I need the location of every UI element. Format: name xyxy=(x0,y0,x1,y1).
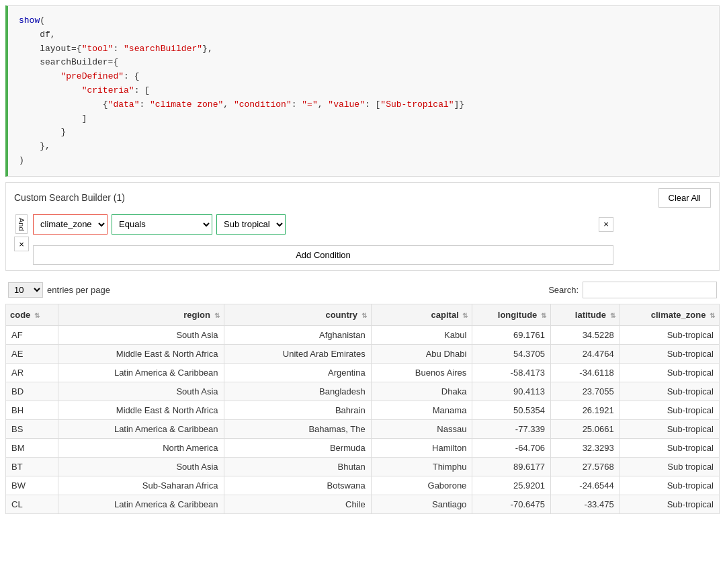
table-row: BSLatin America & CaribbeanBahamas, TheN… xyxy=(6,419,720,438)
value-select[interactable]: Sub tropical Tropical Arid Temperate Con… xyxy=(216,214,286,235)
cell-region: South Asia xyxy=(58,382,224,401)
code-line-6: "criteria": [ xyxy=(19,84,708,98)
cell-country: Bahrain xyxy=(224,401,371,419)
cell-region: Sub-Saharan Africa xyxy=(58,476,224,495)
code-line-7: {"data": "climate zone", "condition": "=… xyxy=(19,98,708,112)
cell-country: United Arab Emirates xyxy=(224,344,371,363)
cell-country: Bhutan xyxy=(224,457,371,476)
table-row: BHMiddle East & North AfricaBahrainManam… xyxy=(6,401,720,419)
cell-climate_zone: Sub-tropical xyxy=(620,476,719,495)
cell-region: North America xyxy=(58,438,224,457)
cell-region: Latin America & Caribbean xyxy=(58,419,224,438)
cell-country: Argentina xyxy=(224,363,371,382)
th-climate-zone[interactable]: climate_zone ⇅ xyxy=(620,304,719,325)
th-code[interactable]: code ⇅ xyxy=(6,304,58,325)
condition-row: climate_zone region country capital long… xyxy=(33,214,613,235)
cell-climate_zone: Sub tropical xyxy=(620,457,719,476)
cell-longitude: -77.339 xyxy=(472,419,551,438)
cell-region: South Asia xyxy=(58,325,224,344)
code-line-9: } xyxy=(19,126,708,140)
table-row: AFSouth AsiaAfghanistanKabul69.176134.52… xyxy=(6,325,720,344)
and-label: And xyxy=(15,214,28,235)
cell-capital: Buenos Aires xyxy=(371,363,472,382)
cell-latitude: 27.5768 xyxy=(550,457,620,476)
cell-climate_zone: Sub-tropical xyxy=(620,438,719,457)
cell-capital: Kabul xyxy=(371,325,472,344)
cell-country: Bermuda xyxy=(224,438,371,457)
cell-capital: Thimphu xyxy=(371,457,472,476)
group-logic-wrapper: And × xyxy=(14,214,29,252)
code-line-8: ] xyxy=(19,112,708,126)
cell-latitude: -24.6544 xyxy=(550,476,620,495)
code-line-10: }, xyxy=(19,140,708,154)
search-builder-section: Custom Search Builder (1) Clear All And … xyxy=(5,182,720,271)
th-latitude[interactable]: latitude ⇅ xyxy=(550,304,620,325)
add-condition-button[interactable]: Add Condition xyxy=(33,245,613,265)
code-line-11: ) xyxy=(19,154,708,168)
cell-latitude: 26.1921 xyxy=(550,401,620,419)
cell-code: BS xyxy=(6,419,58,438)
cell-latitude: 34.5228 xyxy=(550,325,620,344)
cell-climate_zone: Sub-tropical xyxy=(620,401,719,419)
entries-per-page-select[interactable]: 10 25 50 100 xyxy=(8,282,43,298)
cell-latitude: 25.0661 xyxy=(550,419,620,438)
search-input[interactable] xyxy=(583,282,717,298)
cell-code: AE xyxy=(6,344,58,363)
cell-latitude: 24.4764 xyxy=(550,344,620,363)
cell-code: AR xyxy=(6,363,58,382)
cell-climate_zone: Sub-tropical xyxy=(620,419,719,438)
cell-country: Afghanistan xyxy=(224,325,371,344)
cell-capital: Hamilton xyxy=(371,438,472,457)
table-body: AFSouth AsiaAfghanistanKabul69.176134.52… xyxy=(6,325,720,513)
table-row: BDSouth AsiaBangladeshDhaka90.411323.705… xyxy=(6,382,720,401)
operator-select[interactable]: Equals Not Equals Contains Starts With E… xyxy=(112,214,212,235)
cell-climate_zone: Sub-tropical xyxy=(620,344,719,363)
header-row: code ⇅ region ⇅ country ⇅ capital ⇅ long… xyxy=(6,304,720,325)
table-row: BMNorth AmericaBermudaHamilton-64.70632.… xyxy=(6,438,720,457)
cell-region: Middle East & North Africa xyxy=(58,401,224,419)
cell-longitude: 50.5354 xyxy=(472,401,551,419)
cell-longitude: -58.4173 xyxy=(472,363,551,382)
cell-code: BH xyxy=(6,401,58,419)
cell-code: BW xyxy=(6,476,58,495)
table-row: CLLatin America & CaribbeanChileSantiago… xyxy=(6,495,720,513)
cell-latitude: -34.6118 xyxy=(550,363,620,382)
cell-code: BD xyxy=(6,382,58,401)
cell-region: Middle East & North Africa xyxy=(58,344,224,363)
cell-code: BT xyxy=(6,457,58,476)
th-region[interactable]: region ⇅ xyxy=(58,304,224,325)
cell-code: AF xyxy=(6,325,58,344)
clear-all-button[interactable]: Clear All xyxy=(658,188,711,208)
cell-capital: Dhaka xyxy=(371,382,472,401)
th-country[interactable]: country ⇅ xyxy=(224,304,371,325)
cell-capital: Manama xyxy=(371,401,472,419)
cell-longitude: 69.1761 xyxy=(472,325,551,344)
th-longitude[interactable]: longitude ⇅ xyxy=(472,304,551,325)
code-line-4: searchBuilder={ xyxy=(19,56,708,70)
cell-capital: Santiago xyxy=(371,495,472,513)
search-label: Search: xyxy=(548,285,579,295)
cell-country: Bangladesh xyxy=(224,382,371,401)
cell-climate_zone: Sub-tropical xyxy=(620,495,719,513)
remove-condition-button[interactable]: × xyxy=(599,217,613,232)
cell-capital: Abu Dhabi xyxy=(371,344,472,363)
cell-climate_zone: Sub-tropical xyxy=(620,363,719,382)
entries-control: 10 25 50 100 entries per page xyxy=(8,282,110,298)
entries-label: entries per page xyxy=(47,285,110,295)
cell-latitude: 32.3293 xyxy=(550,438,620,457)
code-line-1: show( xyxy=(19,14,708,28)
cell-code: CL xyxy=(6,495,58,513)
table-header: code ⇅ region ⇅ country ⇅ capital ⇅ long… xyxy=(6,304,720,325)
data-table: code ⇅ region ⇅ country ⇅ capital ⇅ long… xyxy=(5,304,720,514)
search-control: Search: xyxy=(548,282,717,298)
cell-latitude: 23.7055 xyxy=(550,382,620,401)
cell-longitude: 90.4113 xyxy=(472,382,551,401)
table-row: BTSouth AsiaBhutanThimphu89.617727.5768S… xyxy=(6,457,720,476)
field-select[interactable]: climate_zone region country capital long… xyxy=(33,214,108,235)
table-row: ARLatin America & CaribbeanArgentinaBuen… xyxy=(6,363,720,382)
cell-country: Botswana xyxy=(224,476,371,495)
remove-group-button[interactable]: × xyxy=(14,237,29,251)
cell-climate_zone: Sub-tropical xyxy=(620,325,719,344)
cell-longitude: 54.3705 xyxy=(472,344,551,363)
th-capital[interactable]: capital ⇅ xyxy=(371,304,472,325)
